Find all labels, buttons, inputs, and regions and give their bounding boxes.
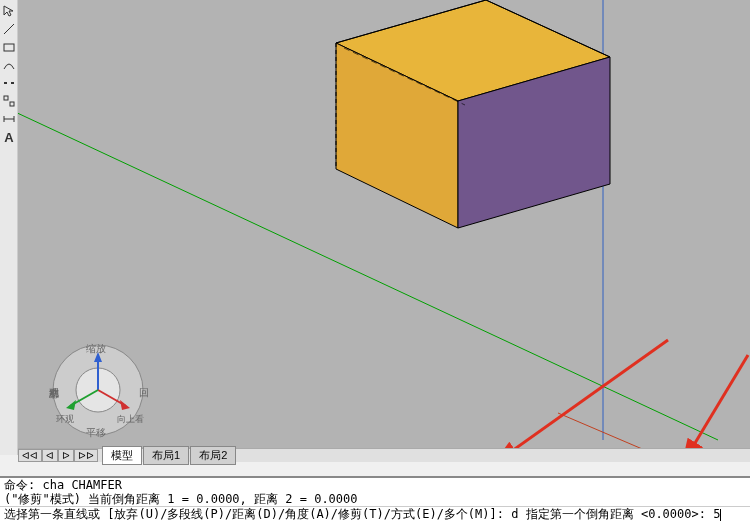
text-a-icon: A bbox=[4, 130, 13, 145]
nav-first-button[interactable]: ᐊᐊ bbox=[18, 449, 42, 462]
svg-rect-2 bbox=[10, 102, 14, 106]
tool-pick[interactable] bbox=[1, 3, 17, 19]
svg-line-14 bbox=[495, 340, 668, 455]
nav-prev-button[interactable]: ᐊ bbox=[42, 449, 58, 462]
tool-line[interactable] bbox=[1, 21, 17, 37]
tab-layout2[interactable]: 布局2 bbox=[190, 446, 236, 465]
prompt-prefix: 选择第一条直线或 bbox=[4, 507, 100, 521]
left-toolbar: A bbox=[0, 0, 18, 455]
viewcube[interactable]: 缩放 动态观察 回 平移 环观 向上看 bbox=[48, 340, 148, 440]
viewcube-label-up[interactable]: 向上看 bbox=[117, 413, 144, 426]
command-history-line2: ("修剪"模式) 当前倒角距离 1 = 0.0000, 距离 2 = 0.000… bbox=[0, 492, 750, 506]
layout-nav: ᐊᐊ ᐊ ᐅ ᐅᐅ 模型 布局1 布局2 bbox=[18, 448, 750, 462]
cmd-resolved: CHAMFER bbox=[71, 478, 122, 492]
cursor-icon bbox=[3, 5, 15, 17]
svg-rect-1 bbox=[4, 96, 8, 100]
prompt-default: 0.0000 bbox=[648, 507, 691, 521]
text-cursor-icon bbox=[720, 509, 721, 521]
command-history-line1: 命令: cha CHAMFER bbox=[0, 478, 750, 492]
tool-break[interactable] bbox=[1, 75, 17, 91]
svg-line-15 bbox=[683, 355, 748, 455]
nav-last-button[interactable]: ᐅᐅ bbox=[74, 449, 98, 462]
break-icon bbox=[3, 77, 15, 89]
rect-icon bbox=[3, 41, 15, 53]
command-input-value[interactable]: 5 bbox=[713, 507, 720, 521]
tool-curve[interactable] bbox=[1, 57, 17, 73]
ortho-icon bbox=[3, 95, 15, 107]
viewcube-label-zoom[interactable]: 缩放 bbox=[86, 342, 106, 356]
nav-next-button[interactable]: ᐅ bbox=[58, 449, 74, 462]
command-area: 命令: cha CHAMFER ("修剪"模式) 当前倒角距离 1 = 0.00… bbox=[0, 476, 750, 522]
command-prompt-line[interactable]: 选择第一条直线或 [放弃(U)/多段线(P)/距离(D)/角度(A)/修剪(T)… bbox=[0, 506, 750, 521]
tab-layout1[interactable]: 布局1 bbox=[143, 446, 189, 465]
cmd-typed: cha bbox=[42, 478, 64, 492]
prompt-next: 指定第一个倒角距离 bbox=[526, 507, 634, 521]
curve-icon bbox=[3, 59, 15, 71]
prompt-options: 放弃(U)/多段线(P)/距离(D)/角度(A)/修剪(T)/方式(E)/多个(… bbox=[114, 507, 489, 521]
line-icon bbox=[3, 23, 15, 35]
svg-rect-0 bbox=[4, 44, 14, 51]
cmd-prefix: 命令: bbox=[4, 478, 35, 492]
prompt-user-option: d bbox=[511, 507, 518, 521]
tab-model[interactable]: 模型 bbox=[102, 446, 142, 465]
viewport-3d[interactable]: 缩放 动态观察 回 平移 环观 向上看 bbox=[18, 0, 750, 455]
viewcube-label-look[interactable]: 环观 bbox=[56, 413, 74, 426]
dim-icon bbox=[3, 113, 15, 125]
tool-text[interactable]: A bbox=[1, 129, 17, 145]
tool-dim[interactable] bbox=[1, 111, 17, 127]
tool-rect[interactable] bbox=[1, 39, 17, 55]
tool-ortho[interactable] bbox=[1, 93, 17, 109]
viewcube-label-pan[interactable]: 平移 bbox=[86, 426, 106, 440]
